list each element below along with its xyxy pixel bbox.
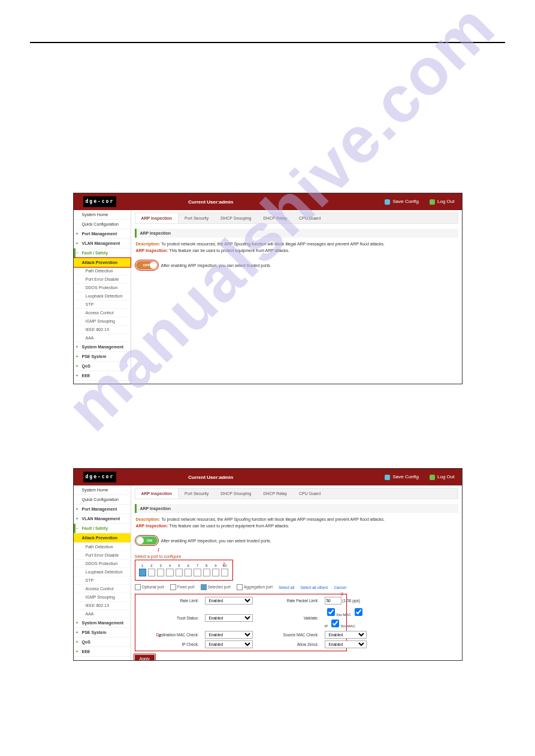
port-select-title: Select a port to configure (135, 553, 458, 560)
rate-packet-limit-input[interactable] (325, 597, 341, 605)
description-block: Description: To protect network resource… (135, 238, 458, 257)
sidebar-item-access-control[interactable]: Access Control (74, 585, 131, 593)
panel-title: ARP Inspection (135, 504, 458, 513)
sidebar-item-igmp-snooping[interactable]: IGMP Snooping (74, 317, 131, 326)
sidebar-item-system-home[interactable]: System Home (74, 210, 131, 220)
expand-icon: + (76, 374, 81, 378)
sidebar-item-port-error-disable[interactable]: Port Error Disable (74, 275, 131, 284)
sidebar-item-attack-prevention[interactable]: Attack Prevention (73, 257, 131, 268)
save-config-link[interactable]: Save Config (385, 199, 419, 204)
port-3[interactable] (157, 569, 164, 576)
tab-port-security[interactable]: Port Security (179, 488, 214, 499)
sidebar-item-ieee-8021x[interactable]: IEEE 802.1X (74, 602, 131, 610)
tab-port-security[interactable]: Port Security (179, 213, 214, 223)
logo: dge-cor (83, 472, 117, 482)
sidebar-item-quick-config[interactable]: Quick Configuration (74, 220, 131, 229)
sidebar-item-path-detection[interactable]: Path Detection (74, 267, 131, 275)
sidebar-item-system-management[interactable]: +System Management (74, 342, 131, 352)
src-mac-select[interactable]: Enabled (325, 631, 367, 639)
expand-icon: + (76, 354, 81, 359)
panel-title: ARP Inspection (135, 229, 458, 238)
logout-link[interactable]: Log Out (430, 199, 454, 204)
tab-arp-inspection[interactable]: ARP Inspection (135, 488, 179, 499)
sidebar-item-ieee-8021x[interactable]: IEEE 802.1X (74, 326, 131, 334)
sidebar-item-system-home[interactable]: System Home (74, 485, 131, 495)
sidebar-item-system-management[interactable]: +System Management (74, 618, 131, 628)
sidebar-item-port-management[interactable]: +Port Management (74, 229, 131, 239)
port-10[interactable] (221, 569, 228, 576)
sidebar-item-eee[interactable]: +EEE (74, 647, 131, 657)
expand-icon: + (76, 649, 81, 654)
save-icon (385, 475, 390, 480)
sidebar-item-aaa[interactable]: AAA (74, 334, 131, 342)
expand-icon: + (76, 517, 81, 521)
select-all-others-link[interactable]: Select all others (300, 585, 328, 590)
trust-status-select[interactable]: Enabled (205, 614, 253, 622)
sidebar-item-loopback-detection[interactable]: Loopback Detection (74, 568, 131, 576)
allow-zeros-select[interactable]: Enabled (325, 640, 367, 648)
sidebar-item-quick-config[interactable]: Quick Configuration (74, 495, 131, 505)
dst-mac-select[interactable]: Enabled (205, 631, 253, 639)
screenshot-2: dge-cor Current User:admin Save Config L… (73, 468, 463, 661)
description-text: To protect network resources, the ARP Sp… (160, 242, 385, 246)
sidebar-item-qos[interactable]: +QoS (74, 637, 131, 647)
sidebar-item-port-management[interactable]: +Port Management (74, 505, 131, 514)
sidebar-item-stp[interactable]: STP (74, 576, 131, 585)
sidebar-item-pse-system[interactable]: +PSE System (74, 628, 131, 637)
rate-limit-label: Rate Limit: (139, 599, 199, 603)
sidebar-item-ddos-protection[interactable]: DDOS Protection (74, 284, 131, 292)
select-all-link[interactable]: Select all (279, 585, 294, 590)
sidebar-item-aaa[interactable]: AAA (74, 610, 131, 618)
tab-dhcp-snooping[interactable]: DHCP Snooping (214, 213, 257, 223)
src-mac-checkbox[interactable] (331, 620, 339, 627)
tab-arp-inspection[interactable]: ARP Inspection (135, 213, 179, 223)
tab-cpu-guard[interactable]: CPU Guard (293, 213, 327, 223)
sidebar-item-qos[interactable]: +QoS (74, 362, 131, 371)
logout-link[interactable]: Log Out (430, 474, 454, 479)
current-user-label: Current User:admin (188, 475, 233, 480)
validate-label: Validate: (259, 616, 319, 620)
sidebar-item-attack-prevention[interactable]: Attack Prevention (74, 533, 131, 543)
port-1[interactable] (139, 569, 146, 576)
logo: dge-cor (83, 196, 117, 207)
tab-dhcp-relay[interactable]: DHCP Relay (257, 213, 293, 223)
sidebar-item-access-control[interactable]: Access Control (74, 309, 131, 317)
save-config-link[interactable]: Save Config (385, 474, 419, 479)
sidebar-item-path-detection[interactable]: Path Detection (74, 543, 131, 551)
sidebar-item-port-error-disable[interactable]: Port Error Disable (74, 551, 131, 560)
callout-3: 3 (341, 592, 343, 596)
arp-toggle-on[interactable]: ON (136, 536, 158, 545)
tab-cpu-guard[interactable]: CPU Guard (293, 488, 327, 499)
description-label: Description: (136, 517, 161, 521)
port-4[interactable] (166, 569, 173, 576)
rate-limit-select[interactable]: Enabled (205, 597, 253, 605)
tab-dhcp-snooping[interactable]: DHCP Snooping (214, 488, 257, 499)
sidebar-item-vlan-management[interactable]: +VLAN Management (74, 514, 131, 524)
port-8[interactable] (203, 569, 210, 576)
sidebar-item-igmp-snooping[interactable]: IGMP Snooping (74, 593, 131, 602)
current-user-label: Current User:admin (188, 199, 233, 205)
sidebar-item-vlan-management[interactable]: +VLAN Management (74, 239, 131, 248)
port-9[interactable] (212, 569, 219, 576)
port-5[interactable] (176, 569, 183, 576)
sidebar-item-stp[interactable]: STP (74, 300, 131, 309)
sidebar-item-fault-safety[interactable]: −Fault / Safety (74, 248, 131, 258)
cancel-link[interactable]: Cancel (334, 585, 346, 590)
apply-button[interactable]: Apply (135, 655, 155, 661)
sidebar-item-fault-safety[interactable]: −Fault / Safety (74, 524, 131, 533)
screenshot-1: dge-cor Current User:admin Save Config L… (73, 193, 463, 384)
sidebar-item-eee[interactable]: +EEE (74, 371, 131, 381)
port-2[interactable] (148, 569, 155, 576)
arp-inspection-text: This feature can be used to protect equi… (168, 248, 289, 253)
arp-toggle-off[interactable]: OFF (136, 261, 158, 269)
tab-dhcp-relay[interactable]: DHCP Relay (257, 488, 293, 499)
ip-checkbox[interactable] (355, 608, 362, 616)
dst-mac-checkbox[interactable] (327, 608, 335, 616)
sidebar-item-ddos-protection[interactable]: DDOS Protection (74, 560, 131, 568)
ip-check-select[interactable]: Enabled (205, 640, 253, 648)
sidebar-item-pse-system[interactable]: +PSE System (74, 352, 131, 362)
ip-check-label: IP Check: (139, 642, 199, 646)
port-7[interactable] (194, 569, 201, 576)
sidebar-item-loopback-detection[interactable]: Loopback Detection (74, 292, 131, 300)
port-6[interactable] (185, 569, 192, 576)
